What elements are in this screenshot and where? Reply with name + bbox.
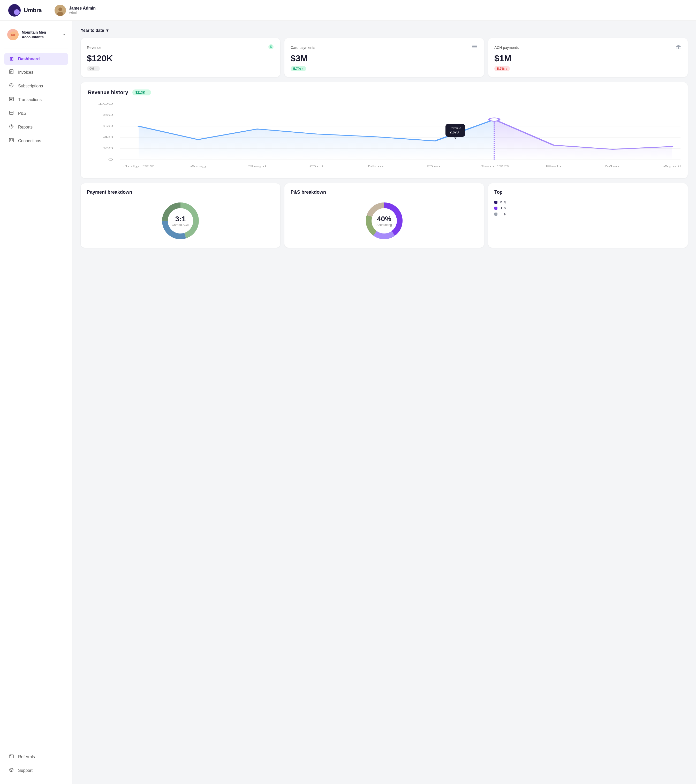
chevron-down-icon: ▾ xyxy=(106,28,108,33)
legend-value: $ xyxy=(504,200,506,204)
sidebar-item-invoices[interactable]: Invoices xyxy=(4,66,68,79)
svg-text:Mar: Mar xyxy=(605,165,621,168)
svg-marker-41 xyxy=(676,45,681,46)
period-label: Year to date xyxy=(81,28,104,33)
legend-dot xyxy=(494,212,497,216)
legend-value: $ xyxy=(504,206,506,210)
legend-label: H xyxy=(500,206,502,210)
svg-point-2 xyxy=(57,12,63,16)
org-logo xyxy=(7,29,19,40)
svg-rect-14 xyxy=(11,99,12,100)
svg-rect-36 xyxy=(472,46,477,47)
invoices-icon xyxy=(8,69,15,76)
top-section-card: Top M $ H $ F $ xyxy=(488,183,688,248)
payment-breakdown-card: Payment breakdown 3:1 Card to xyxy=(81,183,280,248)
sidebar-item-transactions[interactable]: Transactions xyxy=(4,93,68,106)
sidebar-item-ps[interactable]: P&S xyxy=(4,107,68,120)
sidebar-item-label: Transactions xyxy=(18,97,42,102)
bottom-section: Payment breakdown 3:1 Card to xyxy=(81,183,688,248)
stat-card-card-payments: Card payments $3M 5.7% ↑ xyxy=(285,38,484,77)
stat-label: ACH payments xyxy=(494,46,518,49)
sidebar-item-label: Connections xyxy=(18,138,41,143)
svg-text:Nov: Nov xyxy=(367,165,384,168)
logo-area: Umbra xyxy=(8,4,42,16)
svg-rect-19 xyxy=(9,138,13,142)
payment-breakdown-title: Payment breakdown xyxy=(87,189,274,195)
svg-rect-13 xyxy=(10,99,11,100)
svg-text:Oct: Oct xyxy=(309,165,324,168)
sidebar-item-label: Invoices xyxy=(18,70,33,75)
sidebar-item-referrals[interactable]: Referrals xyxy=(4,750,68,763)
top-title: Top xyxy=(494,189,681,195)
sidebar-nav: ⊞ Dashboard Invoices Subscriptions Tran xyxy=(4,53,68,148)
app-name: Umbra xyxy=(24,7,42,14)
sidebar-item-label: Referrals xyxy=(18,754,35,759)
dashboard-icon: ⊞ xyxy=(8,56,15,62)
reports-icon xyxy=(8,124,15,130)
support-icon xyxy=(8,767,15,774)
card-icon xyxy=(472,44,478,51)
svg-marker-65 xyxy=(494,119,672,160)
svg-point-3 xyxy=(10,31,16,38)
svg-rect-37 xyxy=(676,46,681,47)
svg-rect-39 xyxy=(678,47,679,49)
sidebar-item-subscriptions[interactable]: Subscriptions xyxy=(4,80,68,92)
donut-center: 40% Accounting xyxy=(377,215,392,227)
legend-item: H $ xyxy=(494,206,681,210)
main-content: Year to date ▾ Revenue $ $120K 0% – xyxy=(72,21,696,784)
stat-value: $120K xyxy=(87,53,274,63)
svg-text:Feb: Feb xyxy=(546,165,561,168)
ps-icon xyxy=(8,110,15,117)
sidebar-item-label: Subscriptions xyxy=(18,84,43,89)
sidebar-item-label: Dashboard xyxy=(18,57,40,61)
stat-label: Revenue xyxy=(87,46,101,49)
period-selector[interactable]: Year to date ▾ xyxy=(81,28,108,33)
chart-badge: $213K ↑ xyxy=(132,89,151,96)
stat-cards: Revenue $ $120K 0% – Card payments xyxy=(81,38,688,77)
user-area[interactable]: James Admin Admin xyxy=(54,5,95,16)
svg-text:April: April xyxy=(663,165,681,168)
stat-card-ach-payments: ACH payments $1M 5.7% ↓ xyxy=(488,38,688,77)
revenue-history-card: Revenue history $213K ↑ Revenue 2,678 10… xyxy=(81,82,688,178)
svg-text:Dec: Dec xyxy=(426,165,443,168)
donut-label: Card to ACH xyxy=(172,223,189,227)
svg-text:80: 80 xyxy=(103,113,113,117)
sidebar-item-connections[interactable]: Connections xyxy=(4,135,68,147)
stat-card-revenue: Revenue $ $120K 0% – xyxy=(81,38,280,77)
sidebar-item-label: Reports xyxy=(18,125,33,130)
svg-text:$: $ xyxy=(270,45,272,49)
chart-area: Revenue 2,678 100 80 60 40 20 0 xyxy=(88,100,681,173)
user-info: James Admin Admin xyxy=(69,6,95,15)
transactions-icon xyxy=(8,96,15,103)
subscriptions-icon xyxy=(8,83,15,89)
donut-center: 3:1 Card to ACH xyxy=(172,215,189,227)
user-name: James Admin xyxy=(69,6,95,11)
sidebar-item-dashboard[interactable]: ⊞ Dashboard xyxy=(4,53,68,65)
svg-rect-38 xyxy=(676,47,677,49)
svg-rect-24 xyxy=(11,755,13,758)
svg-point-20 xyxy=(10,139,11,140)
legend-label: M xyxy=(500,200,502,204)
org-name: Mountain Men Accountants xyxy=(22,30,60,39)
org-selector[interactable]: Mountain Men Accountants ▾ xyxy=(4,27,68,43)
payment-donut: 3:1 Card to ACH xyxy=(87,200,274,242)
chevron-down-icon: ▾ xyxy=(63,33,65,36)
sidebar-item-label: Support xyxy=(18,768,33,773)
app-logo xyxy=(8,4,21,16)
revenue-icon: $ xyxy=(268,44,274,51)
sidebar-item-reports[interactable]: Reports xyxy=(4,121,68,133)
legend-item: M $ xyxy=(494,200,681,204)
stat-value: $3M xyxy=(291,53,478,63)
ps-breakdown-card: P&S breakdown 40% xyxy=(285,183,484,248)
svg-text:100: 100 xyxy=(98,102,113,105)
sidebar: Mountain Men Accountants ▾ ⊞ Dashboard I… xyxy=(0,21,72,784)
svg-rect-23 xyxy=(9,756,11,758)
sidebar-item-support[interactable]: Support xyxy=(4,764,68,777)
svg-point-10 xyxy=(10,84,13,87)
legend-label: F xyxy=(500,212,502,216)
legend-dot xyxy=(494,207,497,210)
legend-item: F $ xyxy=(494,212,681,216)
svg-rect-42 xyxy=(676,49,681,49)
stat-badge: 5.7% ↑ xyxy=(291,66,306,71)
svg-marker-66 xyxy=(138,119,494,160)
